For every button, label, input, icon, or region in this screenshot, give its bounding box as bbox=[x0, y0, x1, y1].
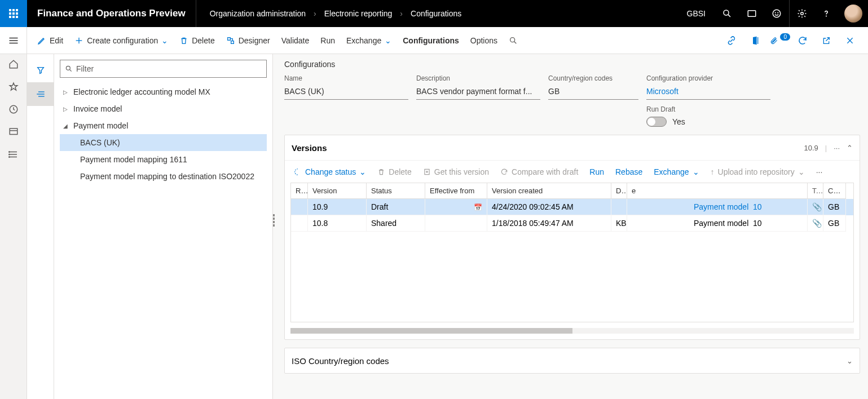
col-status[interactable]: Status bbox=[367, 183, 425, 199]
home-icon[interactable] bbox=[8, 59, 19, 70]
version-run-button[interactable]: Run bbox=[585, 167, 609, 176]
chevron-down-icon: ⌄ bbox=[693, 167, 699, 176]
help-icon[interactable] bbox=[814, 0, 839, 27]
col-created[interactable]: Version created bbox=[487, 183, 611, 199]
favorite-icon[interactable] bbox=[8, 81, 19, 92]
run-button[interactable]: Run bbox=[315, 27, 341, 54]
plus-icon bbox=[74, 36, 83, 45]
change-status-button[interactable]: Change status ⌄ bbox=[289, 167, 371, 176]
col-version[interactable]: Version bbox=[308, 183, 367, 199]
name-value[interactable]: BACS (UK) bbox=[284, 85, 408, 100]
svg-point-7 bbox=[826, 16, 827, 16]
gear-icon[interactable] bbox=[789, 0, 814, 27]
exchange-button[interactable]: Exchange ⌄ bbox=[341, 27, 397, 54]
rebase-button[interactable]: Rebase bbox=[611, 167, 647, 176]
nav-rail bbox=[0, 54, 27, 399]
edit-button[interactable]: Edit bbox=[32, 27, 69, 54]
filter-funnel-icon[interactable] bbox=[27, 59, 54, 82]
grid-row-selected[interactable]: 10.9 Draft 📅 4/24/2020 09:02:45 AM Payme… bbox=[291, 199, 853, 215]
iso-header[interactable]: ISO Country/region codes ⌄ bbox=[285, 348, 860, 373]
create-configuration-button[interactable]: Create configuration ⌄ bbox=[69, 27, 174, 54]
app-title: Finance and Operations Preview bbox=[27, 0, 196, 27]
calendar-icon[interactable]: 📅 bbox=[474, 203, 482, 211]
company-code[interactable]: GBSI bbox=[687, 9, 715, 18]
section-heading: Configurations bbox=[284, 60, 860, 69]
messages-icon[interactable] bbox=[739, 0, 764, 27]
paperclip-icon[interactable]: 📎 bbox=[812, 219, 822, 228]
paperclip-icon[interactable]: 📎 bbox=[812, 202, 822, 211]
versions-header[interactable]: Versions 10.9 | ··· ⌃ bbox=[285, 135, 860, 160]
tree-node[interactable]: ▷Invoice model bbox=[60, 100, 267, 117]
search-icon[interactable] bbox=[715, 0, 739, 27]
chevron-up-icon[interactable]: ⌃ bbox=[847, 144, 853, 152]
tree-node[interactable]: Payment model mapping to destination ISO… bbox=[60, 168, 267, 185]
field-label: Name bbox=[284, 74, 408, 82]
main-content: Configurations Name BACS (UK) Descriptio… bbox=[273, 54, 868, 399]
description-value[interactable]: BACS vendor payment format f... bbox=[416, 85, 540, 100]
col-cc[interactable]: Co... bbox=[823, 183, 846, 199]
modules-icon[interactable] bbox=[8, 149, 19, 160]
refresh-icon[interactable] bbox=[794, 36, 812, 46]
svg-point-27 bbox=[8, 157, 10, 158]
provider-value[interactable]: Microsoft bbox=[646, 85, 770, 100]
breadcrumb-item[interactable]: Electronic reporting bbox=[324, 9, 393, 18]
options-button[interactable]: Options bbox=[465, 27, 503, 54]
recent-icon[interactable] bbox=[8, 104, 19, 115]
chevron-down-icon[interactable]: ⌄ bbox=[847, 357, 853, 365]
compare-draft-button[interactable]: Compare with draft bbox=[496, 167, 583, 176]
validate-button[interactable]: Validate bbox=[276, 27, 315, 54]
tree-node[interactable]: ▷Electronic ledger accounting model MX bbox=[60, 83, 267, 100]
versions-summary: 10.9 bbox=[804, 144, 818, 152]
version-delete-button[interactable]: Delete bbox=[373, 167, 416, 176]
base-version-link[interactable]: 10 bbox=[753, 202, 762, 211]
splitter-handle[interactable] bbox=[273, 214, 276, 237]
col-base[interactable]: e bbox=[627, 183, 808, 199]
chevron-down-icon: ⌄ bbox=[359, 167, 366, 176]
search-icon bbox=[65, 65, 73, 73]
configurations-tab[interactable]: Configurations bbox=[397, 27, 465, 54]
more-actions-button[interactable]: ··· bbox=[812, 167, 827, 176]
col-effective[interactable]: Effective from bbox=[425, 183, 487, 199]
nav-toggle[interactable] bbox=[0, 27, 27, 54]
base-link[interactable]: Payment model bbox=[632, 202, 748, 211]
more-icon[interactable]: ··· bbox=[834, 144, 840, 152]
horizontal-scrollbar[interactable] bbox=[290, 328, 854, 334]
action-bar: Edit Create configuration ⌄ Delete Desig… bbox=[27, 27, 868, 54]
app-launcher[interactable] bbox=[0, 0, 27, 27]
rundraft-toggle[interactable] bbox=[646, 117, 667, 127]
avatar[interactable] bbox=[844, 5, 862, 23]
col-desc[interactable]: Des... bbox=[611, 183, 627, 199]
svg-point-31 bbox=[66, 66, 70, 70]
close-icon[interactable] bbox=[841, 36, 859, 45]
delete-button[interactable]: Delete bbox=[174, 27, 220, 54]
filter-input[interactable]: Filter bbox=[60, 60, 267, 78]
delete-label: Delete bbox=[192, 36, 214, 45]
office-icon[interactable] bbox=[746, 36, 764, 46]
tree-node[interactable]: ◢Payment model bbox=[60, 117, 267, 134]
upload-repository-button[interactable]: ↑ Upload into repository ⌄ bbox=[706, 167, 809, 176]
tree-node[interactable]: Payment model mapping 1611 bbox=[60, 151, 267, 168]
popout-icon[interactable] bbox=[817, 36, 835, 45]
search-action[interactable] bbox=[503, 27, 523, 54]
link-icon[interactable] bbox=[722, 36, 741, 46]
svg-line-1 bbox=[728, 15, 730, 17]
attach-icon[interactable]: 0 bbox=[770, 36, 788, 46]
iso-title: ISO Country/region codes bbox=[292, 356, 389, 366]
list-view-icon[interactable] bbox=[27, 82, 54, 106]
rundraft-label: Run Draft bbox=[646, 105, 770, 113]
grid-row[interactable]: 10.8 Shared 1/18/2018 05:49:47 AM KB4...… bbox=[291, 215, 853, 232]
svg-point-15 bbox=[510, 37, 515, 42]
smiley-icon[interactable] bbox=[764, 0, 789, 27]
get-version-button[interactable]: Get this version bbox=[418, 167, 494, 176]
workspaces-icon[interactable] bbox=[8, 126, 19, 138]
col-r[interactable]: R... bbox=[291, 183, 308, 199]
iso-country-card: ISO Country/region codes ⌄ bbox=[284, 348, 860, 374]
designer-button[interactable]: Designer bbox=[221, 27, 276, 54]
breadcrumb-item[interactable]: Organization administration bbox=[210, 9, 306, 18]
filter-placeholder: Filter bbox=[76, 64, 94, 73]
version-exchange-button[interactable]: Exchange ⌄ bbox=[649, 167, 703, 176]
col-att[interactable]: T... bbox=[808, 183, 823, 199]
tree-node-selected[interactable]: BACS (UK) bbox=[60, 134, 267, 151]
breadcrumb-item[interactable]: Configurations bbox=[411, 9, 461, 18]
country-codes-value[interactable]: GB bbox=[548, 85, 638, 100]
